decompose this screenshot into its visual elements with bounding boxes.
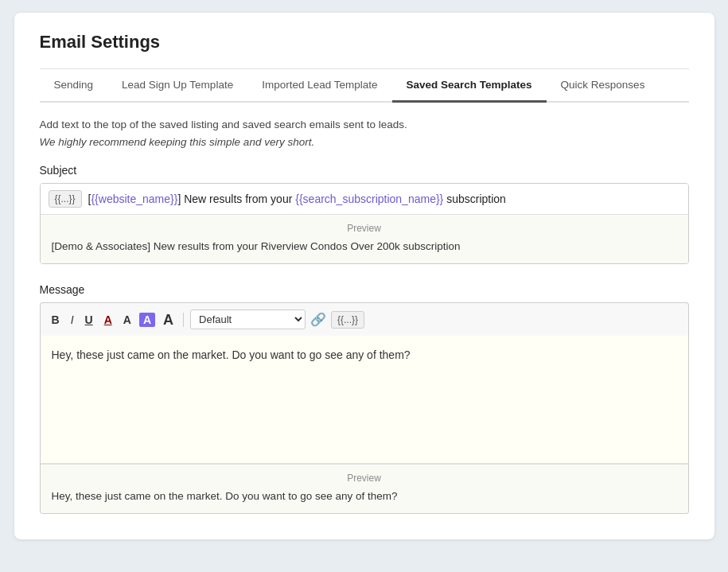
- tab-nav: Sending Lead Sign Up Template Imported L…: [40, 69, 689, 103]
- message-editor-text: Hey, these just came on the market. Do y…: [52, 348, 411, 361]
- underline-button[interactable]: U: [82, 313, 96, 327]
- description-line1: Add text to the top of the saved listing…: [40, 117, 689, 133]
- message-preview-text: Hey, these just came on the market. Do y…: [52, 490, 677, 502]
- tab-imported-lead[interactable]: Imported Lead Template: [247, 69, 391, 103]
- subject-preview-label: Preview: [52, 223, 677, 234]
- tab-quick-responses[interactable]: Quick Responses: [547, 69, 660, 103]
- subject-tag-website: {{website_name}}: [91, 193, 177, 205]
- message-preview-label: Preview: [52, 473, 677, 484]
- subject-label: Subject: [40, 164, 689, 177]
- link-icon[interactable]: 🔗: [310, 312, 326, 327]
- message-curly-button[interactable]: {{...}}: [331, 311, 364, 329]
- description-line2: We highly recommend keeping this simple …: [40, 136, 689, 148]
- email-settings-card: Email Settings Sending Lead Sign Up Temp…: [14, 13, 714, 539]
- message-toolbar: B I U A A A A Default Arial Times New Ro…: [40, 302, 689, 336]
- subject-text-middle: ] New results from your: [177, 193, 295, 205]
- font-select[interactable]: Default Arial Times New Roman Georgia Ve…: [190, 309, 306, 329]
- subject-box: {{...}} [{{website_name}}] New results f…: [40, 183, 689, 264]
- color-a-button[interactable]: A: [101, 313, 115, 327]
- tab-saved-search[interactable]: Saved Search Templates: [392, 69, 547, 103]
- italic-button[interactable]: I: [68, 313, 77, 327]
- subject-tag-subscription: {{search_subscription_name}}: [295, 193, 443, 205]
- bold-button[interactable]: B: [49, 313, 63, 327]
- subject-text-end: subscription: [443, 193, 506, 205]
- page-title: Email Settings: [40, 32, 689, 53]
- subject-preview-section: Preview [Demo & Associates] New results …: [41, 214, 688, 263]
- tab-sending[interactable]: Sending: [40, 69, 108, 103]
- message-preview-box: Preview Hey, these just came on the mark…: [40, 463, 689, 514]
- message-editor[interactable]: Hey, these just came on the market. Do y…: [40, 336, 689, 463]
- big-a-button[interactable]: A: [160, 311, 177, 329]
- subject-curly-button[interactable]: {{...}}: [49, 190, 82, 208]
- tab-lead-signup[interactable]: Lead Sign Up Template: [107, 69, 247, 103]
- message-preview-section: Preview Hey, these just came on the mark…: [41, 464, 688, 513]
- subject-input-row: {{...}} [{{website_name}}] New results f…: [41, 184, 688, 214]
- plain-a-button[interactable]: A: [120, 313, 134, 327]
- subject-text: [{{website_name}}] New results from your…: [88, 193, 680, 205]
- toolbar-separator: [183, 313, 184, 327]
- message-label: Message: [40, 283, 689, 296]
- highlight-a-button[interactable]: A: [139, 313, 155, 327]
- subject-preview-text: [Demo & Associates] New results from you…: [52, 240, 677, 252]
- message-section: Message B I U A A A A Default Arial Time…: [40, 283, 689, 514]
